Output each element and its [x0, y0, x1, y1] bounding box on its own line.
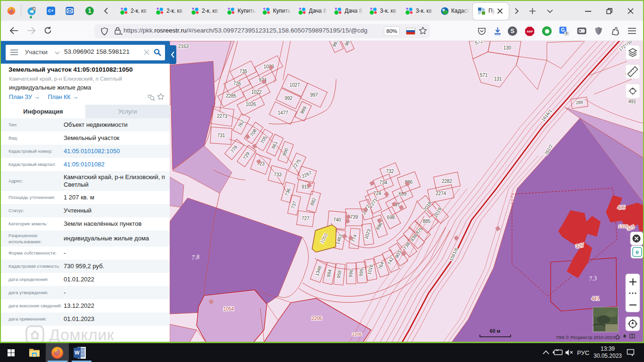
svg-text:727: 727 [302, 216, 310, 221]
svg-text:571: 571 [480, 73, 488, 78]
svg-text:1054: 1054 [223, 306, 234, 312]
svg-text:2163: 2163 [178, 44, 189, 49]
svg-text:1477: 1477 [278, 110, 289, 115]
svg-text:ABP: ABP [527, 30, 533, 33]
svg-text:130: 130 [504, 45, 512, 50]
svg-text:724: 724 [373, 191, 381, 196]
svg-text:992: 992 [285, 96, 293, 101]
svg-text:288: 288 [576, 100, 583, 106]
svg-text:733: 733 [274, 172, 282, 177]
svg-text:731: 731 [217, 133, 225, 138]
svg-text:1026: 1026 [246, 102, 256, 107]
svg-text:698: 698 [387, 215, 395, 220]
svg-text:e: e [636, 248, 639, 255]
svg-text:ПКК © Росреестр 2010-2023: ПКК © Росреестр 2010-2023 [556, 335, 615, 340]
svg-text:495: 495 [618, 205, 626, 210]
svg-text:491: 491 [628, 99, 636, 104]
svg-text:734: 734 [380, 180, 388, 185]
svg-text:2282: 2282 [442, 179, 453, 184]
svg-text:2285: 2285 [226, 93, 237, 99]
svg-text:739: 739 [350, 214, 358, 220]
svg-text:997: 997 [310, 92, 318, 98]
svg-text:W: W [74, 350, 80, 355]
svg-text:2206: 2206 [312, 316, 322, 321]
svg-text:726: 726 [233, 81, 241, 86]
svg-text:732: 732 [386, 169, 394, 174]
svg-text:131: 131 [494, 76, 502, 82]
svg-text:7.8: 7.8 [191, 253, 200, 261]
svg-text:1027: 1027 [289, 82, 300, 88]
svg-text:G: G [561, 27, 565, 33]
svg-text:2273: 2273 [217, 114, 228, 119]
svg-text:441: 441 [592, 296, 600, 301]
svg-text:7.3: 7.3 [589, 274, 598, 282]
svg-text:2274: 2274 [436, 191, 446, 196]
svg-text:2206: 2206 [352, 332, 362, 337]
svg-text:740: 740 [333, 217, 341, 222]
svg-text:1022: 1022 [251, 90, 262, 95]
svg-text:885: 885 [423, 219, 431, 224]
svg-text:1326: 1326 [619, 224, 628, 229]
svg-text:60 м: 60 м [490, 328, 501, 334]
svg-text:735: 735 [239, 69, 248, 74]
